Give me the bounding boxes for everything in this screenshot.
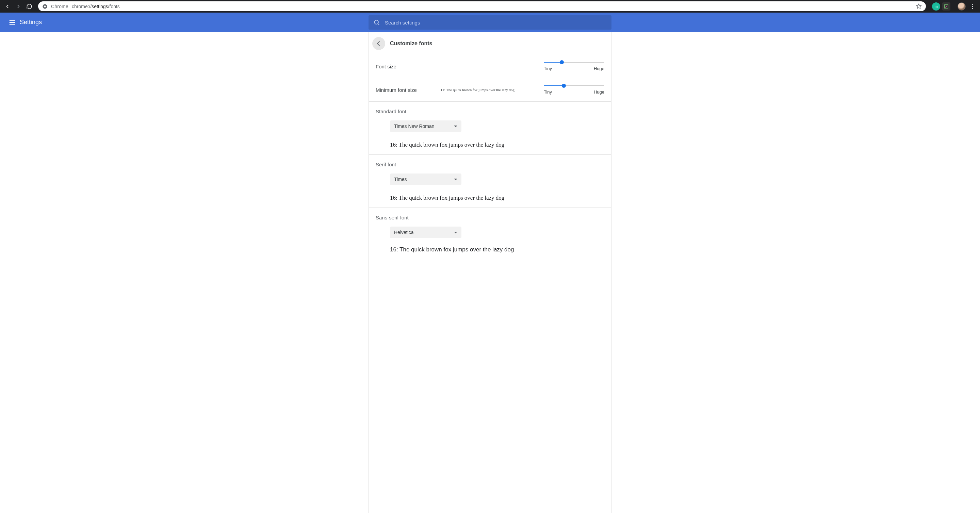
page-header: Customize fonts: [369, 32, 611, 55]
chrome-menu-button[interactable]: [968, 4, 977, 9]
origin-label: Chrome: [51, 4, 68, 9]
reload-button[interactable]: [24, 2, 34, 11]
search-container: [369, 15, 611, 30]
min-font-size-max-label: Huge: [594, 89, 605, 95]
sans-serif-font-title: Sans-serif font: [375, 214, 605, 221]
serif-font-selected: Times: [394, 176, 407, 182]
bookmark-star-icon[interactable]: [916, 3, 922, 10]
serif-font-preview: 16: The quick brown fox jumps over the l…: [390, 195, 605, 202]
toolbar-right: m: [930, 2, 977, 11]
standard-font-preview: 16: The quick brown fox jumps over the l…: [390, 141, 605, 148]
min-font-size-label: Minimum font size: [375, 87, 417, 93]
font-size-slider[interactable]: [544, 62, 605, 63]
standard-font-section: Standard font Times New Roman 16: The qu…: [369, 102, 611, 154]
serif-font-title: Serif font: [375, 162, 605, 167]
standard-font-dropdown[interactable]: Times New Roman: [390, 121, 461, 132]
min-font-size-slider-thumb[interactable]: [562, 84, 566, 88]
profile-avatar[interactable]: [958, 2, 966, 11]
search-input[interactable]: [385, 20, 607, 25]
search-settings[interactable]: [369, 15, 611, 30]
font-size-slider-block: Tiny Huge: [544, 62, 605, 71]
standard-font-selected: Times New Roman: [394, 124, 434, 129]
forward-button[interactable]: [14, 2, 23, 11]
toolbar-divider: [954, 3, 954, 10]
app-title: Settings: [20, 19, 42, 26]
site-identity-icon: [42, 4, 48, 9]
url-text: chrome://settings/fonts: [72, 4, 120, 9]
min-font-size-min-label: Tiny: [544, 89, 552, 95]
font-size-slider-thumb[interactable]: [560, 60, 564, 64]
standard-font-title: Standard font: [375, 108, 605, 114]
browser-toolbar: Chrome chrome://settings/fonts m: [0, 0, 980, 13]
font-size-max-label: Huge: [594, 66, 605, 71]
font-size-min-label: Tiny: [544, 66, 552, 71]
extension-icon-2[interactable]: [942, 2, 950, 11]
chevron-down-icon: [454, 232, 457, 233]
settings-viewport: Customize fonts Font size Tiny Huge Mini…: [0, 32, 980, 513]
chevron-down-icon: [454, 179, 457, 180]
svg-point-1: [44, 5, 46, 7]
min-font-size-preview: 11: The quick brown fox jumps over the l…: [441, 88, 514, 92]
back-button[interactable]: [3, 2, 12, 11]
search-icon: [373, 19, 380, 26]
page-title: Customize fonts: [390, 40, 432, 47]
address-bar[interactable]: Chrome chrome://settings/fonts: [38, 2, 926, 11]
sans-serif-font-selected: Helvetica: [394, 230, 414, 235]
sans-serif-font-preview: 16: The quick brown fox jumps over the l…: [390, 246, 605, 253]
svg-point-3: [374, 20, 379, 24]
menu-button[interactable]: [5, 16, 19, 29]
sans-serif-font-dropdown[interactable]: Helvetica: [390, 227, 461, 238]
content-column: Customize fonts Font size Tiny Huge Mini…: [369, 32, 611, 513]
min-font-size-slider[interactable]: [544, 86, 605, 86]
font-size-row: Font size Tiny Huge: [369, 55, 611, 78]
min-font-size-slider-block: Tiny Huge: [544, 86, 605, 95]
back-to-appearance-button[interactable]: [372, 37, 385, 50]
extension-icon-1[interactable]: m: [932, 2, 940, 11]
min-font-size-row: Minimum font size 11: The quick brown fo…: [369, 78, 611, 102]
sans-serif-font-section: Sans-serif font Helvetica 16: The quick …: [369, 208, 611, 259]
chevron-down-icon: [454, 125, 457, 127]
serif-font-section: Serif font Times 16: The quick brown fox…: [369, 155, 611, 208]
font-size-label: Font size: [375, 64, 396, 69]
serif-font-dropdown[interactable]: Times: [390, 173, 461, 185]
